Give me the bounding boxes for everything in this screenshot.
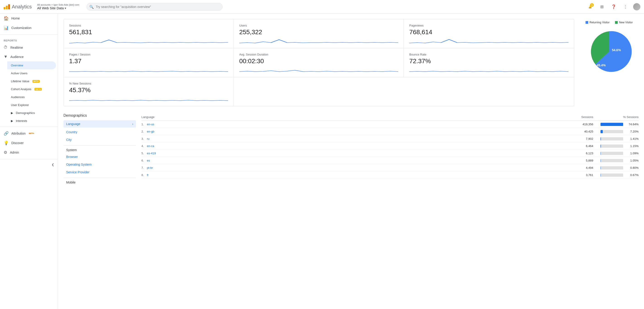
content-area: Sessions 561,831 Users 255,322 xyxy=(58,14,644,309)
row-lang[interactable]: es-419 xyxy=(147,152,566,155)
account-path: All accounts > Igor Solo Ads [dot] com xyxy=(37,4,79,6)
sidebar-item-user-explorer[interactable]: User Explorer xyxy=(7,101,56,109)
table-row: 5. es-419 6,123 1.09% xyxy=(142,150,638,157)
sidebar-item-overview[interactable]: Overview xyxy=(7,62,56,69)
row-lang[interactable]: pt-br xyxy=(147,166,566,170)
account-info: All accounts > Igor Solo Ads [dot] com A… xyxy=(37,4,79,10)
pct-bar-wrap xyxy=(600,137,623,140)
sidebar-item-audience[interactable]: ▼ Audience xyxy=(0,52,56,62)
new-sessions-sparkline xyxy=(69,96,228,102)
row-lang[interactable]: es xyxy=(147,159,566,162)
row-lang[interactable]: en-gb xyxy=(147,130,566,133)
pie-area: Returning Visitor New Visitor xyxy=(580,19,638,112)
demographics-country-item[interactable]: Country xyxy=(64,128,136,136)
sidebar-item-active-users[interactable]: Active Users xyxy=(7,69,56,77)
notification-button[interactable]: 🔔 1 xyxy=(586,3,594,11)
metric-empty-1 xyxy=(234,77,404,106)
demographics-browser-item[interactable]: Browser xyxy=(64,153,136,160)
sidebar: 🏠 Home 📊 Customization REPORTS ⏱ Realtim… xyxy=(0,14,58,309)
new-legend: New Visitor xyxy=(615,21,633,24)
sidebar-realtime-label: Realtime xyxy=(10,46,23,50)
apps-icon[interactable]: ⊞ xyxy=(598,3,606,11)
pages-session-sparkline xyxy=(69,66,228,74)
sidebar-item-attribution[interactable]: 🔗 Attribution BETA xyxy=(0,129,56,138)
table-row: 4. en-ca 6,464 1.15% xyxy=(142,142,638,150)
sidebar-item-admin[interactable]: ⚙ Admin xyxy=(0,148,56,157)
row-sessions: 419,356 xyxy=(566,122,593,126)
demographics-country-label: Country xyxy=(66,130,77,134)
row-sessions: 6,123 xyxy=(566,152,593,155)
row-lang[interactable]: ru xyxy=(147,137,566,140)
system-section-title: System xyxy=(64,145,136,153)
row-num: 2. xyxy=(142,130,147,133)
sidebar-item-demographics[interactable]: ▶ Demographics xyxy=(7,109,56,117)
row-pct: 1.41% xyxy=(593,137,638,140)
attribution-beta-badge: BETA xyxy=(29,132,34,134)
demographics-language-item[interactable]: Language › xyxy=(64,120,136,128)
pct-bar-wrap xyxy=(600,159,623,162)
demographics-language-arrow: › xyxy=(132,122,133,126)
pct-bar xyxy=(600,144,601,148)
avg-duration-label: Avg. Session Duration xyxy=(239,53,398,56)
demographics-os-item[interactable]: Operating System xyxy=(64,161,136,168)
sessions-value: 561,831 xyxy=(69,28,228,36)
demographics-city-item[interactable]: City xyxy=(64,136,136,144)
row-lang[interactable]: en-ca xyxy=(147,144,566,148)
sidebar-cohort-label: Cohort Analysis xyxy=(11,88,31,91)
avatar[interactable] xyxy=(633,3,640,10)
sidebar-item-lifetime-value[interactable]: Lifetime Value BETA xyxy=(7,77,56,85)
row-lang[interactable]: fr xyxy=(147,173,566,177)
users-label: Users xyxy=(239,24,398,27)
row-pct: 74.64% xyxy=(593,122,638,126)
sidebar-item-customization[interactable]: 📊 Customization xyxy=(0,23,56,32)
row-pct: 1.09% xyxy=(593,152,638,155)
pie-new-pct: 45.4% xyxy=(597,64,606,67)
row-sessions: 4,494 xyxy=(566,166,593,170)
row-sessions: 40,425 xyxy=(566,130,593,133)
metric-users: Users 255,322 xyxy=(234,19,404,48)
sidebar-item-interests[interactable]: ▶ Interests xyxy=(7,117,56,125)
main-layout: 🏠 Home 📊 Customization REPORTS ⏱ Realtim… xyxy=(0,14,644,309)
help-icon[interactable]: ❓ xyxy=(610,3,618,11)
sidebar-item-discover[interactable]: 💡 Discover xyxy=(0,138,56,148)
more-icon[interactable]: ⋮ xyxy=(621,3,630,11)
bounce-rate-sparkline xyxy=(409,66,568,74)
logo-text: Analytics xyxy=(12,4,32,10)
discover-icon: 💡 xyxy=(4,140,8,146)
sidebar-item-home[interactable]: 🏠 Home xyxy=(0,14,56,23)
bottom-section: Demographics Language › Country City Sys… xyxy=(64,114,638,186)
sidebar-customization-label: Customization xyxy=(11,26,32,30)
sidebar-demographics-label: Demographics xyxy=(16,111,35,115)
search-input[interactable] xyxy=(86,3,222,11)
table-row: 2. en-gb 40,425 7.20% xyxy=(142,128,638,135)
row-num: 7. xyxy=(142,166,147,170)
pct-bar-wrap xyxy=(600,130,623,133)
row-lang[interactable]: en-us xyxy=(147,122,566,126)
metric-empty-2 xyxy=(404,77,574,106)
sidebar-item-realtime[interactable]: ⏱ Realtime xyxy=(0,43,56,52)
table-row: 1. en-us 419,356 74.64% xyxy=(142,121,638,128)
returning-legend: Returning Visitor xyxy=(586,21,610,24)
sidebar-item-cohort[interactable]: Cohort Analysis BETA xyxy=(7,85,56,93)
lifetime-beta-badge: BETA xyxy=(32,80,40,83)
pages-session-label: Pages / Session xyxy=(69,53,228,56)
metric-new-sessions: % New Sessions 45.37% xyxy=(64,77,234,106)
reports-label: REPORTS xyxy=(0,36,58,43)
sidebar-item-audiences[interactable]: Audiences xyxy=(7,93,56,101)
demographics-title: Demographics xyxy=(64,114,136,118)
collapse-sidebar-button[interactable]: ❮ xyxy=(0,161,58,168)
metric-pages-session: Pages / Session 1.37 xyxy=(64,48,234,77)
sidebar-user-explorer-label: User Explorer xyxy=(11,103,29,107)
account-name-selector[interactable]: All Web Site Data ▾ xyxy=(37,6,79,10)
row-sessions: 6,464 xyxy=(566,144,593,148)
sidebar-audience-label: Audience xyxy=(10,55,24,59)
pageviews-value: 768,614 xyxy=(409,28,568,36)
demographics-service-provider-item[interactable]: Service Provider xyxy=(64,168,136,176)
table-row: 6. es 5,889 1.05% xyxy=(142,157,638,164)
table-row: 3. ru 7,902 1.41% xyxy=(142,135,638,142)
topbar: Analytics All accounts > Igor Solo Ads [… xyxy=(0,0,644,14)
new-legend-label: New Visitor xyxy=(619,21,633,24)
users-sparkline xyxy=(239,38,398,44)
language-table-body: 1. en-us 419,356 74.64% 2. en-gb 40,425 … xyxy=(142,121,638,179)
account-dropdown-icon: ▾ xyxy=(64,6,66,10)
